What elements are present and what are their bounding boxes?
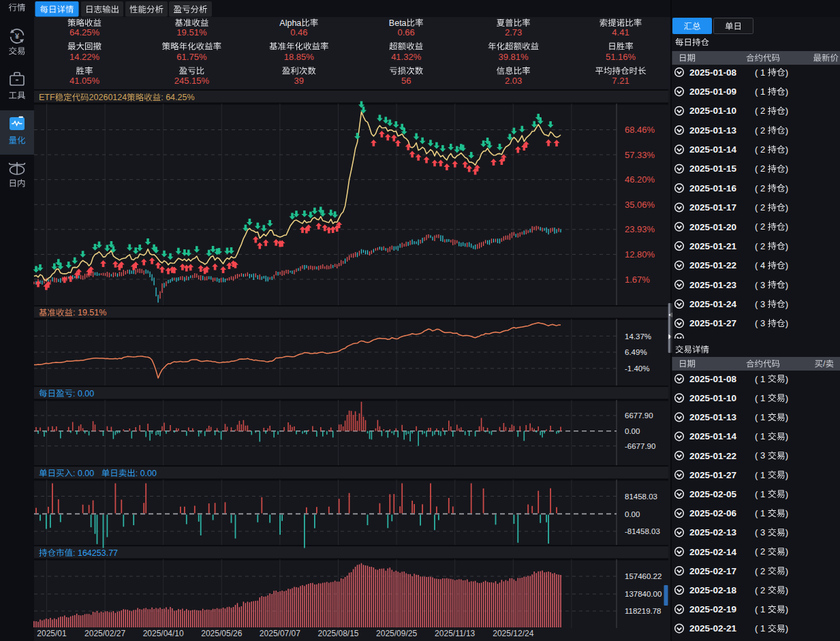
svg-text:( 2: ( 2 xyxy=(755,163,765,174)
svg-text:57.33%: 57.33% xyxy=(625,150,655,160)
svg-text:2025/12/24: 2025/12/24 xyxy=(493,629,533,638)
svg-text:2025-02-18: 2025-02-18 xyxy=(689,585,737,595)
svg-text:118219.78: 118219.78 xyxy=(625,607,662,615)
svg-text:( 2: ( 2 xyxy=(755,566,765,576)
svg-text:( 2: ( 2 xyxy=(755,585,765,595)
svg-text:2025-01-24: 2025-01-24 xyxy=(689,299,737,309)
svg-text:): ) xyxy=(785,508,788,518)
svg-text:): ) xyxy=(785,87,788,97)
svg-text:( 1: ( 1 xyxy=(755,623,765,634)
svg-text:: 64.25%: : 64.25% xyxy=(161,93,194,102)
svg-text:157460.22: 157460.22 xyxy=(625,572,662,580)
svg-text:2025/07/07: 2025/07/07 xyxy=(260,629,300,638)
svg-text:( 2: ( 2 xyxy=(755,183,765,193)
svg-text:2025-01-13: 2025-01-13 xyxy=(689,125,737,136)
svg-text:): ) xyxy=(785,202,788,213)
svg-text:2025-02-21: 2025-02-21 xyxy=(689,623,737,634)
svg-text:245.15%: 245.15% xyxy=(174,76,210,86)
svg-text:( 2: ( 2 xyxy=(755,106,765,116)
svg-text:1.67%: 1.67% xyxy=(625,275,650,285)
svg-text:7.21: 7.21 xyxy=(612,76,629,86)
svg-text:( 1: ( 1 xyxy=(755,489,765,499)
svg-text:( 2: ( 2 xyxy=(755,144,765,155)
svg-text:2025-01-10: 2025-01-10 xyxy=(689,393,736,403)
svg-text:( 3: ( 3 xyxy=(755,280,765,290)
svg-text:2025-01-17: 2025-01-17 xyxy=(689,202,736,213)
svg-text:): ) xyxy=(785,67,788,78)
svg-text:): ) xyxy=(785,431,788,441)
svg-text:): ) xyxy=(785,183,788,193)
svg-text:): ) xyxy=(785,260,788,270)
svg-text:): ) xyxy=(785,280,788,290)
svg-text:2025-01-14: 2025-01-14 xyxy=(689,144,737,155)
svg-text:Beta: Beta xyxy=(389,18,407,28)
svg-text:2025-02-05: 2025-02-05 xyxy=(689,489,737,499)
svg-text:( 2: ( 2 xyxy=(755,221,765,232)
svg-text:( 2: ( 2 xyxy=(755,125,765,136)
svg-text:2025/02/27: 2025/02/27 xyxy=(84,629,125,638)
svg-text:2025-02-06: 2025-02-06 xyxy=(689,508,737,518)
svg-text:0.66: 0.66 xyxy=(398,27,415,37)
svg-text:39: 39 xyxy=(294,76,304,86)
svg-text:-1.40%: -1.40% xyxy=(625,364,649,373)
svg-text:137840.00: 137840.00 xyxy=(625,590,662,598)
svg-text:51.16%: 51.16% xyxy=(606,52,636,62)
svg-text:( 1: ( 1 xyxy=(755,67,765,78)
svg-text:2025-01-20: 2025-01-20 xyxy=(689,222,736,232)
svg-text:2025-02-19: 2025-02-19 xyxy=(689,604,736,614)
svg-text:: 0.00: : 0.00 xyxy=(136,469,157,478)
svg-text:): ) xyxy=(785,144,788,155)
svg-text:¥: ¥ xyxy=(15,32,20,40)
svg-text:/: / xyxy=(823,359,826,369)
svg-text:( 3: ( 3 xyxy=(755,318,765,328)
svg-text:19.51%: 19.51% xyxy=(176,27,207,37)
svg-text:2025-02-13: 2025-02-13 xyxy=(689,527,737,537)
svg-text:): ) xyxy=(785,393,788,403)
svg-text:2025-01-14: 2025-01-14 xyxy=(689,431,737,441)
svg-text:): ) xyxy=(785,221,788,232)
svg-text:2025-01-21: 2025-01-21 xyxy=(689,241,737,251)
svg-text:): ) xyxy=(785,489,788,499)
svg-text:2.03: 2.03 xyxy=(505,76,522,86)
svg-text:2025-01-08: 2025-01-08 xyxy=(689,67,737,78)
svg-text:Alpha: Alpha xyxy=(279,18,301,28)
svg-text:18.85%: 18.85% xyxy=(284,52,315,62)
svg-text:2025-01-08: 2025-01-08 xyxy=(689,374,737,384)
svg-text:: 19.51%: : 19.51% xyxy=(73,308,106,317)
svg-text:2025-01-23: 2025-01-23 xyxy=(689,280,737,290)
svg-text:2025-01-27: 2025-01-27 xyxy=(689,470,736,480)
svg-text:( 3: ( 3 xyxy=(755,299,765,309)
svg-text:( 1: ( 1 xyxy=(755,470,765,480)
svg-text:2025-01-22: 2025-01-22 xyxy=(689,451,736,461)
svg-text:( 2: ( 2 xyxy=(755,546,765,557)
svg-text:): ) xyxy=(785,299,788,309)
svg-text:2025-01-10: 2025-01-10 xyxy=(689,106,736,116)
svg-text:( 1: ( 1 xyxy=(755,431,765,441)
svg-text:( 3: ( 3 xyxy=(755,527,765,537)
svg-text:: 0.00: : 0.00 xyxy=(73,389,94,398)
svg-text:2025/04/10: 2025/04/10 xyxy=(143,629,184,638)
svg-text:0.00: 0.00 xyxy=(625,510,640,518)
svg-text:( 2: ( 2 xyxy=(755,241,765,251)
svg-text:2025/01: 2025/01 xyxy=(37,629,67,638)
svg-text:: 164253.77: : 164253.77 xyxy=(73,548,118,558)
svg-text:23.93%: 23.93% xyxy=(625,224,655,234)
svg-text:41.05%: 41.05% xyxy=(69,76,100,86)
svg-text:2025/09/25: 2025/09/25 xyxy=(376,629,417,638)
svg-text:14.22%: 14.22% xyxy=(69,52,100,62)
svg-text:2025-01-27: 2025-01-27 xyxy=(689,318,736,328)
svg-text:0.00: 0.00 xyxy=(625,427,640,435)
svg-text:): ) xyxy=(785,106,788,116)
svg-text:): ) xyxy=(785,623,788,634)
svg-text:35.06%: 35.06% xyxy=(625,200,655,210)
svg-text:): ) xyxy=(785,374,788,384)
svg-text:( 1: ( 1 xyxy=(755,508,765,518)
svg-text:): ) xyxy=(785,604,788,614)
svg-text:): ) xyxy=(785,318,788,328)
svg-text:( 2: ( 2 xyxy=(755,202,765,213)
svg-text:( 4: ( 4 xyxy=(755,260,765,270)
svg-text:20260124: 20260124 xyxy=(89,93,127,102)
svg-text:): ) xyxy=(785,125,788,136)
svg-text:( 1: ( 1 xyxy=(755,412,765,422)
svg-text:12.80%: 12.80% xyxy=(625,249,655,260)
